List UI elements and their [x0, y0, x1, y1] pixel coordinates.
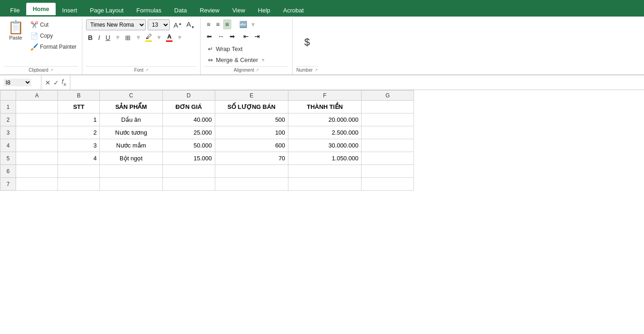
border-button[interactable]: ⊞ [123, 33, 132, 42]
align-left-button[interactable]: ⬅ [204, 31, 214, 41]
format-painter-button[interactable]: 🖌️ Format Painter [29, 42, 78, 51]
cell-1-F[interactable]: THÀNH TIỀN [288, 101, 361, 113]
copy-button[interactable]: 📄 Copy [29, 31, 78, 40]
increase-indent-button[interactable]: ⇥ [252, 31, 262, 41]
merge-center-button[interactable]: ⇔ Merge & Center ▼ [204, 55, 269, 65]
cell-6-E[interactable] [215, 165, 288, 178]
col-header-c[interactable]: C [100, 91, 163, 101]
tab-view[interactable]: View [226, 4, 252, 17]
tab-acrobat[interactable]: Acrobat [277, 4, 310, 17]
cell-6-C[interactable] [100, 165, 163, 178]
bold-button[interactable]: B [86, 33, 94, 42]
cell-2-G[interactable] [362, 113, 414, 126]
tab-formulas[interactable]: Formulas [130, 4, 168, 17]
cell-2-F[interactable]: 20.000.000 [288, 113, 361, 126]
formula-confirm-icon[interactable]: ✓ [53, 79, 59, 86]
cell-2-A[interactable] [16, 113, 58, 126]
italic-button[interactable]: I [96, 33, 102, 42]
cell-4-D[interactable]: 50.000 [162, 139, 215, 152]
paste-button[interactable]: 📋 Paste [4, 19, 28, 42]
cell-1-D[interactable]: ĐƠN GIÁ [162, 101, 215, 113]
row-header-3[interactable]: 3 [0, 126, 16, 139]
cell-4-G[interactable] [362, 139, 414, 152]
cell-6-A[interactable] [16, 165, 58, 178]
tab-page-layout[interactable]: Page Layout [84, 4, 130, 17]
currency-button[interactable]: $ [300, 33, 313, 52]
col-header-b[interactable]: B [58, 91, 100, 101]
tab-file[interactable]: File [4, 4, 26, 17]
col-header-a[interactable]: A [16, 91, 58, 101]
cell-2-B[interactable]: 1 [58, 113, 100, 126]
cell-7-E[interactable] [215, 178, 288, 191]
cell-1-C[interactable]: SẢN PHẨM [100, 101, 163, 113]
cell-1-E[interactable]: SỐ LƯỢNG BÁN [215, 101, 288, 113]
cut-button[interactable]: ✂️ Cut [29, 20, 78, 29]
increase-font-button[interactable]: A▲ [172, 19, 184, 30]
formula-insert-icon[interactable]: fx [62, 78, 66, 87]
cell-6-B[interactable] [58, 165, 100, 178]
cell-3-G[interactable] [362, 126, 414, 139]
row-header-7[interactable]: 7 [0, 178, 16, 191]
font-size-select[interactable]: 13 10 11 12 14 [148, 19, 170, 30]
row-header-4[interactable]: 4 [0, 139, 16, 152]
merge-dropdown-icon[interactable]: ▼ [261, 57, 265, 62]
orientation-button[interactable]: 🔤 [237, 19, 249, 29]
alignment-expand-icon[interactable]: ↗ [256, 68, 259, 72]
cell-4-C[interactable]: Nước mắm [100, 139, 163, 152]
cell-1-A[interactable] [16, 101, 58, 113]
cell-ref-select[interactable]: I8 [4, 79, 31, 86]
tab-home[interactable]: Home [26, 3, 56, 17]
cell-3-E[interactable]: 100 [215, 126, 288, 139]
col-header-g[interactable]: G [362, 91, 414, 101]
tab-help[interactable]: Help [252, 4, 277, 17]
cell-4-A[interactable] [16, 139, 58, 152]
cell-6-D[interactable] [162, 165, 215, 178]
cell-5-E[interactable]: 70 [215, 152, 288, 165]
decrease-font-button[interactable]: A▼ [184, 19, 196, 30]
cell-1-B[interactable]: STT [58, 101, 100, 113]
cell-7-A[interactable] [16, 178, 58, 191]
cell-4-B[interactable]: 3 [58, 139, 100, 152]
align-top-center-button[interactable]: ≡ [213, 19, 222, 29]
clipboard-expand-icon[interactable]: ↗ [50, 68, 53, 72]
col-header-d[interactable]: D [162, 91, 215, 101]
cell-7-G[interactable] [362, 178, 414, 191]
cell-5-D[interactable]: 15.000 [162, 152, 215, 165]
decrease-indent-button[interactable]: ⇤ [241, 31, 251, 41]
underline-button[interactable]: U [104, 33, 112, 42]
cell-3-F[interactable]: 2.500.000 [288, 126, 361, 139]
col-header-e[interactable]: E [215, 91, 288, 101]
tab-review[interactable]: Review [193, 4, 226, 17]
cell-3-B[interactable]: 2 [58, 126, 100, 139]
cell-5-B[interactable]: 4 [58, 152, 100, 165]
cell-6-F[interactable] [288, 165, 361, 178]
cell-2-C[interactable]: Dầu ăn [100, 113, 163, 126]
cell-2-D[interactable]: 40.000 [162, 113, 215, 126]
highlight-color-button[interactable]: 🖊 [144, 32, 153, 43]
cell-5-C[interactable]: Bột ngọt [100, 152, 163, 165]
cell-7-D[interactable] [162, 178, 215, 191]
align-top-right-button[interactable]: ≡ [223, 19, 231, 29]
number-expand-icon[interactable]: ↗ [315, 68, 318, 72]
cell-4-E[interactable]: 600 [215, 139, 288, 152]
font-expand-icon[interactable]: ↗ [145, 68, 149, 72]
cell-7-C[interactable] [100, 178, 163, 191]
cell-5-F[interactable]: 1.050.000 [288, 152, 361, 165]
cell-3-D[interactable]: 25.000 [162, 126, 215, 139]
cell-4-F[interactable]: 30.000.000 [288, 139, 361, 152]
row-header-2[interactable]: 2 [0, 113, 16, 126]
font-name-select[interactable]: Times New Roma Arial Calibri [86, 19, 146, 30]
row-header-1[interactable]: 1 [0, 101, 16, 113]
cell-1-G[interactable] [362, 101, 414, 113]
wrap-text-button[interactable]: ↵ Wrap Text [204, 44, 269, 54]
cell-3-A[interactable] [16, 126, 58, 139]
cell-7-B[interactable] [58, 178, 100, 191]
row-header-6[interactable]: 6 [0, 165, 16, 178]
cell-7-F[interactable] [288, 178, 361, 191]
align-right-button[interactable]: ➡ [227, 31, 237, 41]
col-header-f[interactable]: F [288, 91, 361, 101]
cell-6-G[interactable] [362, 165, 414, 178]
align-center-button[interactable]: ↔ [215, 31, 226, 41]
align-top-left-button[interactable]: ≡ [204, 19, 213, 29]
tab-insert[interactable]: Insert [56, 4, 84, 17]
